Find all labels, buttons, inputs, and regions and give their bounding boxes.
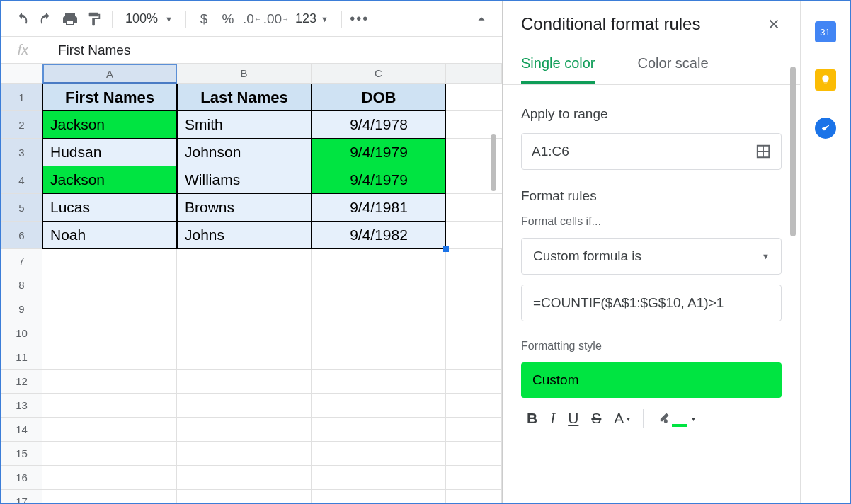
text-color-button[interactable]: A▾ [614, 410, 630, 427]
row-header[interactable]: 10 [1, 321, 42, 345]
empty-cell[interactable] [312, 418, 446, 442]
empty-cell[interactable] [177, 297, 312, 321]
tab-color-scale[interactable]: Color scale [638, 55, 709, 84]
column-header-a[interactable]: A [42, 64, 177, 84]
formula-input[interactable]: First Names [45, 42, 502, 58]
vertical-scrollbar[interactable] [491, 134, 496, 191]
close-sidebar-button[interactable] [766, 16, 782, 32]
undo-button[interactable] [11, 8, 33, 30]
redo-button[interactable] [35, 8, 57, 30]
table-cell[interactable]: Browns [177, 194, 312, 222]
empty-cell[interactable] [177, 466, 312, 490]
empty-cell[interactable] [42, 394, 177, 418]
currency-format-button[interactable]: $ [193, 8, 215, 30]
row-header[interactable]: 2 [1, 111, 42, 139]
formula-input-box[interactable]: =COUNTIF($A$1:$G$10, A1)>1 [521, 285, 782, 321]
row-header[interactable]: 12 [1, 370, 42, 394]
row-header[interactable]: 4 [1, 166, 42, 194]
underline-button[interactable]: U [568, 410, 578, 427]
row-header[interactable]: 6 [1, 222, 42, 249]
number-format-dropdown[interactable]: 123 ▼ [290, 11, 334, 26]
row-header[interactable]: 14 [1, 418, 42, 442]
empty-cell[interactable] [177, 345, 312, 370]
empty-cell[interactable] [177, 370, 312, 394]
table-cell[interactable]: 9/4/1979 [312, 139, 446, 166]
table-cell[interactable]: 9/4/1981 [312, 194, 446, 222]
table-header-cell[interactable]: DOB [312, 84, 446, 111]
bold-button[interactable]: B [527, 410, 537, 427]
fill-color-button[interactable]: ▾ [656, 411, 695, 425]
empty-cell[interactable] [312, 297, 446, 321]
italic-button[interactable]: I [550, 410, 555, 428]
table-cell[interactable]: 9/4/1978 [312, 111, 446, 139]
empty-cell[interactable] [177, 418, 312, 442]
table-cell[interactable]: 9/4/1982 [312, 222, 446, 249]
empty-cell[interactable] [42, 345, 177, 370]
paint-format-button[interactable] [84, 8, 105, 30]
sidebar-scrollbar[interactable] [790, 67, 796, 236]
expand-toolbar-button[interactable] [471, 8, 492, 30]
empty-cell[interactable] [177, 394, 312, 418]
empty-cell[interactable] [42, 273, 177, 297]
row-header[interactable]: 11 [1, 345, 42, 370]
select-all-corner[interactable] [1, 64, 42, 84]
empty-cell[interactable] [42, 442, 177, 466]
spreadsheet-grid[interactable]: A B C 1First NamesLast NamesDOB2JacksonS… [1, 64, 502, 503]
empty-cell[interactable] [177, 442, 312, 466]
table-cell[interactable]: Jackson [42, 166, 177, 194]
row-header[interactable]: 13 [1, 394, 42, 418]
empty-cell[interactable] [42, 370, 177, 394]
strikethrough-button[interactable]: S [591, 410, 601, 427]
empty-cell[interactable] [312, 466, 446, 490]
keep-icon[interactable] [815, 69, 836, 91]
range-input[interactable]: A1:C6 [521, 133, 782, 170]
table-cell[interactable]: Hudsan [42, 139, 177, 166]
tab-single-color[interactable]: Single color [521, 55, 595, 84]
row-header[interactable]: 16 [1, 466, 42, 490]
table-cell[interactable]: Johns [177, 222, 312, 249]
print-button[interactable] [59, 8, 81, 30]
tasks-icon[interactable] [815, 118, 836, 139]
row-header[interactable]: 9 [1, 297, 42, 321]
table-header-cell[interactable]: Last Names [177, 84, 312, 111]
percent-format-button[interactable]: % [217, 8, 239, 30]
row-header[interactable]: 8 [1, 273, 42, 297]
empty-cell[interactable] [177, 273, 312, 297]
row-header[interactable]: 5 [1, 194, 42, 222]
select-range-icon[interactable] [755, 144, 771, 159]
row-header[interactable]: 1 [1, 84, 42, 111]
more-button[interactable]: ••• [349, 8, 370, 30]
empty-cell[interactable] [312, 321, 446, 345]
empty-cell[interactable] [312, 273, 446, 297]
row-header[interactable]: 7 [1, 249, 42, 273]
table-cell[interactable]: Smith [177, 111, 312, 139]
empty-cell[interactable] [42, 418, 177, 442]
table-cell[interactable]: Jackson [42, 111, 177, 139]
empty-cell[interactable] [42, 490, 177, 503]
empty-cell[interactable] [42, 249, 177, 273]
selection-handle[interactable] [443, 246, 449, 252]
column-header-rest[interactable] [446, 64, 502, 84]
style-preview[interactable]: Custom [521, 362, 782, 398]
table-cell[interactable]: Williams [177, 166, 312, 194]
table-cell[interactable]: 9/4/1979 [312, 166, 446, 194]
column-header-b[interactable]: B [177, 64, 312, 84]
empty-cell[interactable] [42, 297, 177, 321]
row-header[interactable]: 15 [1, 442, 42, 466]
row-header[interactable]: 17 [1, 490, 42, 503]
calendar-icon[interactable]: 31 [815, 21, 836, 42]
empty-cell[interactable] [42, 466, 177, 490]
empty-cell[interactable] [42, 321, 177, 345]
empty-cell[interactable] [312, 370, 446, 394]
table-cell[interactable]: Lucas [42, 194, 177, 222]
empty-cell[interactable] [177, 321, 312, 345]
empty-cell[interactable] [177, 490, 312, 503]
empty-cell[interactable] [312, 249, 446, 273]
table-cell[interactable]: Noah [42, 222, 177, 249]
empty-cell[interactable] [312, 394, 446, 418]
row-header[interactable]: 3 [1, 139, 42, 166]
increase-decimal-button[interactable]: .00→ [265, 8, 287, 30]
condition-dropdown[interactable]: Custom formula is ▼ [521, 238, 782, 275]
table-header-cell[interactable]: First Names [42, 84, 177, 111]
empty-cell[interactable] [312, 442, 446, 466]
